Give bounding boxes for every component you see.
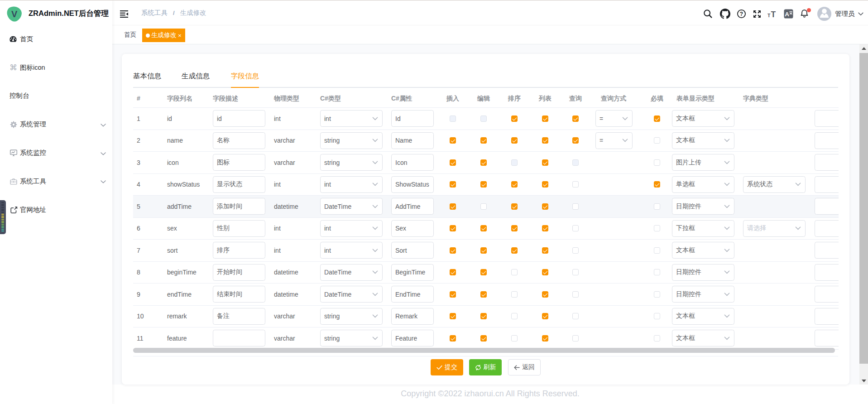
scrollbar-up-arrow[interactable] [859,44,868,52]
description-input[interactable]: 名称 [213,132,265,149]
fullscreen-icon[interactable] [751,1,763,26]
query-checkbox[interactable] [572,247,579,254]
display-type-select[interactable]: 文本框 [672,110,734,127]
csharp-type-select[interactable]: string [320,132,383,149]
insert-checkbox[interactable] [450,291,456,298]
edit-checkbox[interactable] [480,335,487,341]
required-checkbox[interactable] [654,335,660,341]
required-checkbox[interactable] [654,269,660,275]
description-input[interactable]: 结束时间 [213,286,265,303]
query-checkbox[interactable] [572,335,579,341]
query-checkbox[interactable] [572,203,579,210]
tag-close-icon[interactable]: × [177,33,182,38]
insert-checkbox[interactable] [450,137,456,144]
query-type-select[interactable]: = [595,132,633,149]
csharp-type-select[interactable]: int [320,110,383,127]
back-button[interactable]: 返回 [508,359,541,375]
translate-icon[interactable]: A [782,1,795,26]
required-checkbox[interactable] [654,247,660,254]
list-checkbox[interactable] [542,115,548,122]
csharp-type-select[interactable]: string [320,308,383,325]
extra-input[interactable] [815,110,839,127]
extra-input[interactable] [815,242,839,259]
vertical-scrollbar-thumb[interactable] [859,53,868,364]
description-input[interactable]: 开始时间 [213,264,265,281]
required-checkbox[interactable] [654,181,660,188]
description-input[interactable]: 备注 [213,308,265,325]
edit-checkbox[interactable] [480,225,487,231]
edit-checkbox[interactable] [480,247,487,254]
description-input[interactable] [213,330,265,346]
tab-basic-info[interactable]: 基本信息 [133,71,161,82]
username-label[interactable]: 管理员 [835,10,855,18]
sort-checkbox[interactable] [511,181,518,188]
description-input[interactable]: 性别 [213,220,265,237]
extra-input[interactable] [815,198,839,215]
insert-checkbox[interactable] [450,269,456,275]
tag-home[interactable]: 首页 [124,25,136,44]
csharp-attr-input[interactable]: Name [391,132,434,149]
github-icon[interactable] [719,1,731,26]
sidebar-item-system-tools[interactable]: 系统工具 [0,167,112,196]
sidebar-item-system-management[interactable]: 系统管理 [0,110,112,139]
sort-checkbox[interactable] [511,247,518,254]
csharp-type-select[interactable]: string [320,330,383,346]
description-input[interactable]: 排序 [213,242,265,259]
list-checkbox[interactable] [542,291,548,298]
query-checkbox[interactable] [572,291,579,298]
query-checkbox[interactable] [572,115,579,122]
sort-checkbox[interactable] [511,291,518,298]
submit-button[interactable]: 提交 [431,359,463,375]
refresh-button[interactable]: 刷新 [469,359,502,375]
csharp-type-select[interactable]: int [320,242,383,259]
display-type-select[interactable]: 下拉框 [672,220,734,237]
csharp-type-select[interactable]: DateTime [320,286,383,303]
list-checkbox[interactable] [542,181,548,188]
sort-checkbox[interactable] [511,137,518,144]
description-input[interactable]: id [213,110,265,127]
required-checkbox[interactable] [654,313,660,319]
csharp-type-select[interactable]: string [320,154,383,171]
font-size-icon[interactable]: T T [767,1,779,26]
required-checkbox[interactable] [654,291,660,298]
edit-checkbox[interactable] [480,291,487,298]
query-checkbox[interactable] [572,181,579,188]
insert-checkbox[interactable] [450,335,456,341]
display-type-select[interactable]: 文本框 [672,132,734,149]
required-checkbox[interactable] [654,115,660,122]
required-checkbox[interactable] [654,203,660,210]
insert-checkbox[interactable] [450,247,456,254]
tag-active[interactable]: 生成修改 × [142,29,185,42]
scrollbar-down-arrow[interactable] [859,377,868,385]
csharp-attr-input[interactable]: BeginTime [391,264,434,281]
edit-checkbox[interactable] [480,159,487,166]
sidebar-item-console[interactable]: 控制台 [0,82,112,111]
csharp-attr-input[interactable]: EndTime [391,286,434,303]
extra-input[interactable] [815,154,839,171]
avatar[interactable] [817,7,831,23]
sidebar-fold-icon[interactable] [120,10,128,18]
display-type-select[interactable]: 文本框 [672,330,734,346]
vertical-scrollbar[interactable] [859,44,868,385]
search-icon[interactable] [701,1,714,26]
insert-checkbox[interactable] [450,225,456,231]
csharp-attr-input[interactable]: Icon [391,154,434,171]
display-type-select[interactable]: 日期控件 [672,264,734,281]
extra-input[interactable] [815,132,839,149]
required-checkbox[interactable] [654,225,660,231]
extra-input[interactable] [815,176,839,193]
perf-widget[interactable] [0,200,6,234]
help-icon[interactable]: ? [735,1,748,26]
query-checkbox[interactable] [572,137,579,144]
sidebar-item-website[interactable]: 官网地址 [0,196,112,224]
sort-checkbox[interactable] [511,225,518,231]
logo-row[interactable]: V ZRAdmin.NET后台管理 [0,0,112,26]
user-caret-icon[interactable] [856,1,865,26]
list-checkbox[interactable] [542,203,548,210]
list-checkbox[interactable] [542,247,548,254]
csharp-attr-input[interactable]: Feature [391,330,434,346]
dict-type-select[interactable]: 系统状态 [743,176,806,193]
display-type-select[interactable]: 图片上传 [672,154,734,171]
horizontal-scrollbar[interactable] [133,347,839,353]
insert-checkbox[interactable] [450,313,456,319]
